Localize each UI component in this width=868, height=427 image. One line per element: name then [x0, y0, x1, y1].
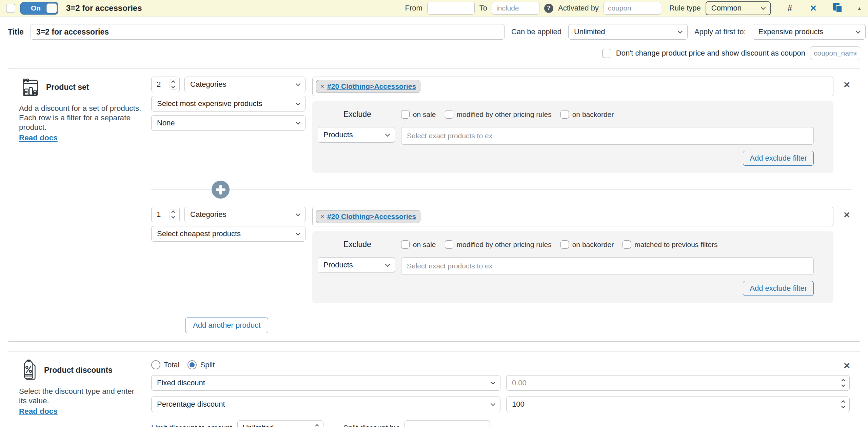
duplicate-rule-icon[interactable]: [833, 3, 843, 14]
from-input[interactable]: [427, 2, 475, 15]
exclude-backorder-label: on backorder: [572, 110, 614, 119]
exclude-modified-checkbox[interactable]: [445, 110, 453, 119]
rule-header-controls: From To ? Activated by Rule type Common …: [405, 1, 862, 15]
chevron-down-icon: [296, 211, 300, 216]
read-docs-link[interactable]: Read docs: [19, 407, 58, 416]
filter1-method-select[interactable]: Select most expensive products: [151, 96, 305, 111]
filter1-tags-box[interactable]: × #20 Clothing>Accessories: [312, 77, 833, 96]
product-set-info: Product set Add a discount for a set of …: [8, 77, 151, 333]
chip-link[interactable]: #20 Clothing>Accessories: [327, 82, 416, 90]
rule-type-value: Common: [711, 4, 742, 13]
filter1-qty-value: 2: [157, 80, 161, 89]
remove-discounts-icon[interactable]: ✕: [843, 362, 850, 370]
exclude-matched-label: matched to previous filters: [634, 241, 717, 249]
apply-first-label: Apply at first to:: [694, 27, 746, 36]
delete-rule-icon[interactable]: ✕: [810, 3, 817, 13]
filter2-tags-box[interactable]: × #20 Clothing>Accessories: [312, 207, 833, 226]
exclude-entity-select[interactable]: Products: [318, 257, 395, 273]
exclude-backorder-checkbox[interactable]: [560, 240, 569, 249]
remove-filter-icon[interactable]: ✕: [843, 81, 850, 89]
exclude-backorder-checkbox[interactable]: [560, 110, 569, 119]
stepper-icon[interactable]: [170, 79, 177, 90]
product-set-title: Product set: [46, 83, 89, 92]
title-input[interactable]: [31, 24, 505, 40]
discount-total-radio[interactable]: [151, 360, 160, 369]
rule-select-checkbox[interactable]: [6, 4, 15, 13]
chip-link[interactable]: #20 Clothing>Accessories: [327, 212, 416, 221]
apply-first-select[interactable]: Expensive products: [753, 24, 866, 40]
exclude-on-sale-checkbox[interactable]: [401, 110, 410, 119]
filter1-extra-select[interactable]: None: [151, 115, 305, 131]
rule-enabled-toggle[interactable]: On: [20, 2, 58, 15]
product-discounts-description: Select the discount type and enter its v…: [19, 387, 142, 406]
coupon-name-input[interactable]: [810, 46, 860, 60]
exclude-entity-select[interactable]: Products: [318, 127, 395, 143]
to-input[interactable]: [492, 2, 539, 15]
exclude-entity-value: Products: [323, 261, 353, 269]
rule-type-select[interactable]: Common: [706, 1, 771, 15]
show-as-coupon-checkbox[interactable]: [602, 49, 611, 58]
read-docs-link[interactable]: Read docs: [19, 134, 58, 142]
product-discounts-info: Product discounts Select the discount ty…: [8, 360, 151, 427]
chip-remove-icon[interactable]: ×: [320, 83, 324, 90]
limit-discount-label: Limit discount to amount: [151, 424, 232, 427]
chevron-down-icon: [678, 28, 683, 33]
rule-id-icon[interactable]: #: [788, 3, 792, 13]
discount2-type-select[interactable]: Percentage discount: [151, 396, 500, 412]
stepper-icon[interactable]: [842, 380, 845, 386]
rule-title: 3=2 for accessories: [66, 3, 142, 13]
remove-filter-icon[interactable]: ✕: [843, 211, 850, 219]
stepper-icon[interactable]: [316, 425, 318, 427]
split-discount-by-select[interactable]: [405, 420, 490, 427]
activated-by-input[interactable]: [604, 2, 661, 15]
product-discounts-panel: Product discounts Select the discount ty…: [8, 351, 860, 427]
discount-row-2: Percentage discount: [151, 396, 850, 412]
chevron-down-icon: [385, 262, 390, 266]
exclude-modified-checkbox[interactable]: [445, 240, 453, 249]
exclude-on-sale-checkbox[interactable]: [401, 240, 410, 249]
discount-split-label: Split: [200, 361, 215, 369]
title-row: Title Can be applied Unlimited Apply at …: [0, 17, 868, 40]
filter1-type-select[interactable]: Categories: [184, 77, 305, 92]
can-be-applied-label: Can be applied: [511, 27, 561, 36]
title-label: Title: [8, 27, 24, 37]
limit-discount-input[interactable]: [237, 420, 323, 427]
filter1-qty-stepper[interactable]: 2: [151, 77, 180, 92]
chevron-down-icon: [296, 120, 300, 124]
can-be-applied-value: Unlimited: [574, 27, 605, 36]
add-filter-plus-button[interactable]: [212, 181, 230, 199]
category-chip: × #20 Clothing>Accessories: [316, 80, 420, 93]
stepper-icon[interactable]: [170, 209, 177, 220]
exclude-products-input[interactable]: [401, 127, 814, 145]
limit-row: Limit discount to amount Split discount …: [151, 420, 850, 427]
add-another-product-button[interactable]: Add another product: [185, 318, 268, 333]
add-exclude-filter-button[interactable]: Add exclude filter: [743, 151, 814, 166]
add-exclude-filter-button[interactable]: Add exclude filter: [743, 281, 814, 296]
can-be-applied-select[interactable]: Unlimited: [568, 24, 688, 40]
discount-split-radio[interactable]: [188, 360, 197, 369]
discount1-value-input[interactable]: [506, 375, 850, 391]
discount2-value-input[interactable]: [506, 396, 850, 412]
exclude-modified-label: modified by other pricing rules: [457, 110, 552, 119]
chip-remove-icon[interactable]: ×: [320, 213, 324, 220]
apply-first-value: Expensive products: [758, 27, 824, 36]
filter2-qty-stepper[interactable]: 1: [151, 207, 180, 222]
discount1-type-select[interactable]: Fixed discount: [151, 375, 500, 391]
exclude-on-sale-label: on sale: [413, 241, 436, 249]
exclude-products-input[interactable]: [401, 257, 814, 275]
stepper-icon[interactable]: [842, 401, 845, 408]
filter1-exclude-panel: Exclude on sale modified by other pricin…: [312, 101, 833, 173]
toggle-on-label: On: [31, 4, 41, 12]
filter2-exclude-panel: Exclude on sale modified by other pricin…: [312, 231, 833, 303]
help-icon[interactable]: ?: [544, 4, 553, 13]
exclude-matched-checkbox[interactable]: [623, 240, 631, 249]
chevron-down-icon: [296, 81, 300, 86]
discount2-type-value: Percentage discount: [157, 400, 225, 409]
exclude-label: Exclude: [343, 110, 371, 119]
filter2-method-select[interactable]: Select cheapest products: [151, 226, 305, 242]
filter2-type-select[interactable]: Categories: [184, 207, 305, 222]
exclude-backorder-label: on backorder: [572, 241, 614, 249]
filter1-type-value: Categories: [190, 80, 226, 89]
toggle-knob: [46, 3, 57, 13]
collapse-rule-icon[interactable]: ▲: [857, 5, 862, 11]
